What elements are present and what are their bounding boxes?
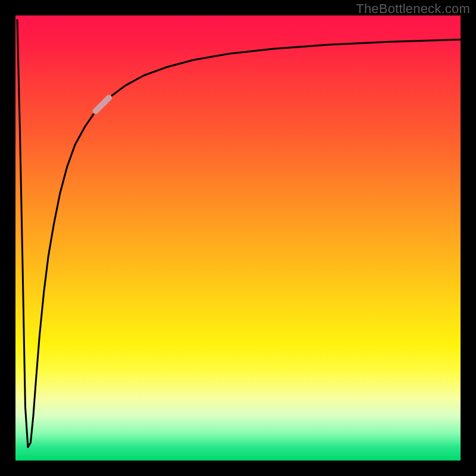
chart-root: TheBottleneck.com bbox=[0, 0, 476, 476]
watermark-text: TheBottleneck.com bbox=[356, 1, 470, 17]
gradient-plot-area bbox=[15, 15, 461, 461]
